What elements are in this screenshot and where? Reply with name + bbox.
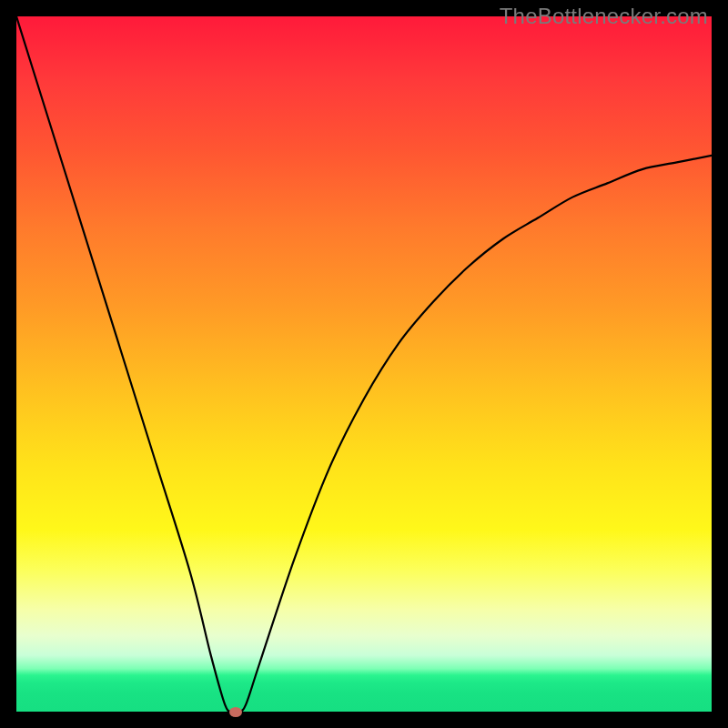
attribution-text: TheBottlenecker.com [500,4,708,29]
gradient-main [16,16,712,675]
optimum-marker [229,707,242,717]
gradient-bottom [16,675,712,712]
plot-area [16,16,712,712]
plot-frame [16,16,712,712]
